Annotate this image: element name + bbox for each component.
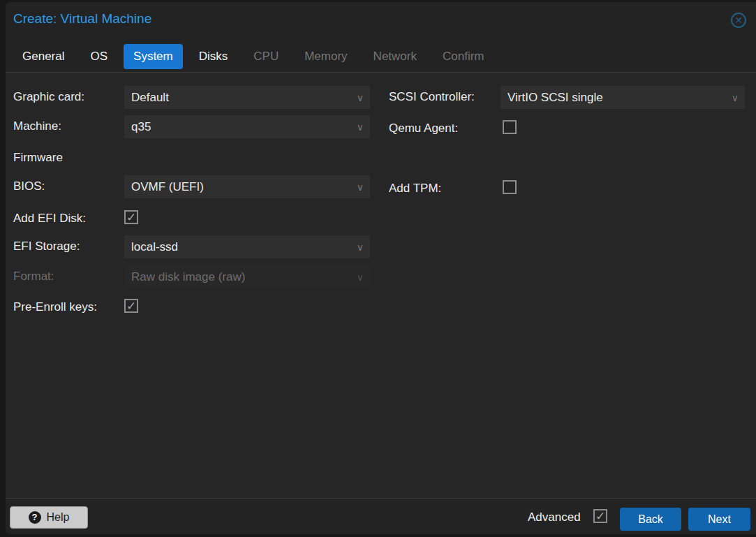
- close-x-glyph: ✕: [734, 15, 743, 26]
- format-label: Format:: [13, 270, 54, 284]
- efi-storage-label: EFI Storage:: [13, 240, 80, 253]
- checkmark-icon: ✓: [126, 211, 136, 224]
- checkmark-icon: ✓: [126, 300, 136, 313]
- chevron-down-icon: ∨: [732, 92, 745, 103]
- machine-value: q35: [124, 120, 357, 134]
- pre-enroll-keys-checkbox[interactable]: ✓: [124, 299, 138, 313]
- screen-background: Create: Virtual Machine ✕ General OS Sys…: [0, 0, 756, 537]
- checkmark-icon: ✓: [595, 510, 605, 523]
- tab-disks[interactable]: Disks: [189, 44, 238, 69]
- graphic-card-label: Graphic card:: [13, 90, 84, 104]
- tab-os[interactable]: OS: [80, 44, 117, 69]
- tab-system[interactable]: System: [124, 44, 183, 69]
- tab-network: Network: [364, 44, 427, 69]
- add-tpm-label: Add TPM:: [389, 182, 441, 196]
- scsi-controller-label: SCSI Controller:: [389, 90, 475, 104]
- close-icon[interactable]: ✕: [731, 13, 746, 28]
- create-vm-dialog: Create: Virtual Machine ✕ General OS Sys…: [6, 2, 756, 534]
- machine-select[interactable]: q35 ∨: [124, 115, 370, 138]
- advanced-checkbox[interactable]: ✓: [593, 509, 607, 523]
- dialog-title: Create: Virtual Machine: [13, 11, 151, 27]
- help-icon: ?: [29, 511, 41, 524]
- efi-storage-value: local-ssd: [124, 240, 357, 254]
- chevron-down-icon: ∨: [357, 122, 370, 133]
- advanced-label: Advanced: [528, 510, 581, 524]
- qemu-agent-label: Qemu Agent:: [389, 122, 458, 135]
- help-button[interactable]: ? Help: [10, 506, 88, 529]
- tab-cpu: CPU: [244, 44, 288, 69]
- bios-label: BIOS:: [13, 179, 45, 193]
- tab-memory: Memory: [295, 44, 357, 69]
- next-button[interactable]: Next: [688, 508, 750, 531]
- add-efi-disk-checkbox[interactable]: ✓: [124, 210, 138, 224]
- bios-select[interactable]: OVMF (UEFI) ∨: [124, 175, 370, 198]
- machine-label: Machine:: [13, 119, 61, 133]
- dialog-footer: ? Help Advanced ✓ Back Next: [6, 498, 756, 534]
- scsi-controller-value: VirtIO SCSI single: [501, 91, 732, 105]
- scsi-controller-select[interactable]: VirtIO SCSI single ∨: [501, 86, 745, 109]
- qemu-agent-checkbox[interactable]: [503, 120, 517, 134]
- add-efi-disk-label: Add EFI Disk:: [13, 212, 86, 226]
- pre-enroll-keys-label: Pre-Enroll keys:: [13, 300, 97, 314]
- graphic-card-select[interactable]: Default ∨: [124, 86, 370, 109]
- back-button[interactable]: Back: [620, 508, 681, 531]
- form-body: Graphic card: Default ∨ Machine: q35 ∨ F…: [6, 73, 756, 498]
- format-select: Raw disk image (raw) ∨: [124, 265, 370, 288]
- tab-general[interactable]: General: [13, 44, 74, 69]
- firmware-section-label: Firmware: [13, 151, 63, 165]
- wizard-tab-bar: General OS System Disks CPU Memory Netwo…: [13, 44, 494, 69]
- tab-confirm: Confirm: [433, 44, 494, 69]
- graphic-card-value: Default: [124, 91, 357, 105]
- chevron-down-icon: ∨: [357, 242, 370, 253]
- efi-storage-select[interactable]: local-ssd ∨: [124, 235, 370, 258]
- help-button-label: Help: [47, 511, 70, 524]
- chevron-down-icon: ∨: [357, 182, 370, 193]
- bios-value: OVMF (UEFI): [124, 180, 357, 194]
- chevron-down-icon: ∨: [357, 92, 370, 103]
- chevron-down-icon: ∨: [357, 272, 370, 283]
- format-value: Raw disk image (raw): [124, 270, 357, 284]
- add-tpm-checkbox[interactable]: [503, 180, 517, 194]
